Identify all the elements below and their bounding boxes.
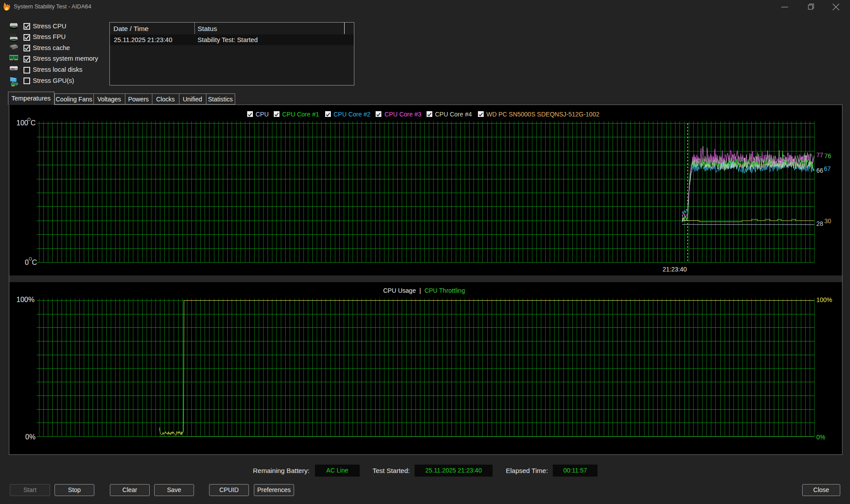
- svg-text:123: 123: [9, 33, 16, 37]
